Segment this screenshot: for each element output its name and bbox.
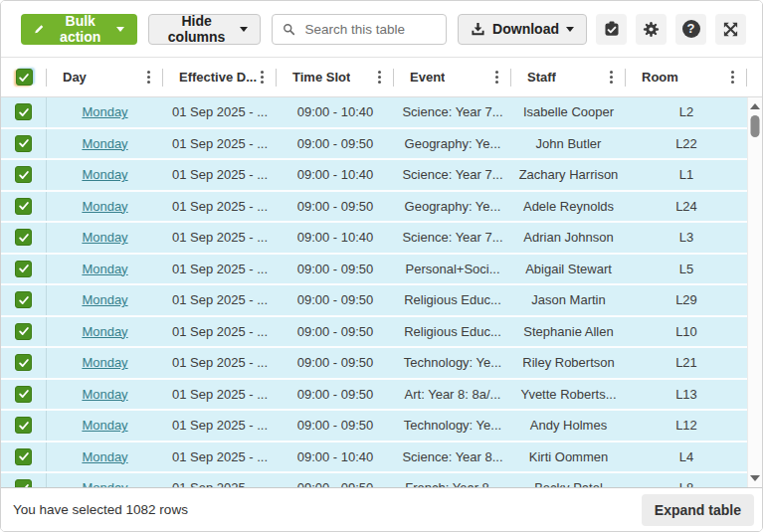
effective-date-cell: 01 Sep 2025 - ... [163, 418, 277, 433]
scrollbar-thumb[interactable] [751, 115, 760, 137]
timetable-table-widget: Bulk action Hide columns Download [0, 0, 763, 532]
hide-columns-button[interactable]: Hide columns [148, 14, 261, 45]
expand-table-button[interactable]: Expand table [642, 494, 754, 526]
column-header-room[interactable]: Room [626, 58, 747, 96]
column-menu-icon[interactable] [378, 71, 381, 84]
table-header-row: Day Effective D... Time Slot Event Staff… [1, 58, 762, 97]
row-checkbox[interactable] [15, 291, 32, 308]
day-link[interactable]: Monday [82, 199, 127, 214]
staff-cell: Kirti Oommen [511, 449, 626, 464]
settings-button[interactable] [636, 14, 667, 45]
row-checkbox[interactable] [15, 103, 32, 120]
day-link[interactable]: Monday [82, 480, 127, 487]
fullscreen-button[interactable] [715, 14, 746, 45]
table-row: Monday 01 Sep 2025 - ... 09:00 - 09:50 R… [1, 285, 747, 317]
staff-cell: Andy Holmes [511, 418, 626, 433]
search-input[interactable] [302, 21, 436, 38]
scroll-up-icon[interactable] [750, 103, 760, 109]
column-header-staff[interactable]: Staff [511, 58, 626, 96]
day-link[interactable]: Monday [82, 104, 127, 119]
room-cell: L10 [626, 324, 747, 339]
staff-cell: Zachary Harrison [511, 167, 626, 182]
row-checkbox[interactable] [15, 135, 32, 152]
day-link[interactable]: Monday [82, 355, 127, 370]
table-row: Monday 01 Sep 2025 - ... 09:00 - 09:50 R… [1, 317, 747, 349]
day-link[interactable]: Monday [82, 449, 127, 464]
day-link[interactable]: Monday [82, 136, 127, 151]
table-row: Monday 01 Sep 2025 - ... 09:00 - 09:50 P… [1, 255, 747, 286]
event-cell: Geography: Ye... [394, 136, 511, 151]
room-cell: L5 [626, 262, 747, 276]
row-checkbox[interactable] [15, 448, 32, 465]
day-link[interactable]: Monday [82, 387, 127, 402]
column-menu-icon[interactable] [147, 71, 150, 84]
check-icon [18, 106, 30, 118]
effective-date-cell: 01 Sep 2025 - ... [163, 292, 277, 307]
day-link[interactable]: Monday [82, 324, 127, 339]
row-checkbox[interactable] [15, 354, 32, 371]
effective-date-cell: 01 Sep 2025 - ... [163, 387, 277, 402]
column-menu-icon[interactable] [495, 71, 498, 84]
column-menu-icon[interactable] [731, 71, 734, 84]
day-link[interactable]: Monday [82, 292, 127, 307]
day-cell: Monday [47, 167, 163, 182]
download-button[interactable]: Download [458, 14, 587, 45]
event-cell: Art: Year 8: 8a/... [394, 387, 511, 402]
check-icon [18, 420, 30, 432]
help-button[interactable]: ? [675, 14, 706, 45]
row-checkbox[interactable] [15, 166, 32, 183]
event-cell: Religious Educ... [394, 324, 511, 339]
day-cell: Monday [47, 292, 163, 307]
column-header-time-slot[interactable]: Time Slot [277, 58, 394, 96]
column-header-event[interactable]: Event [394, 58, 511, 96]
column-header-day[interactable]: Day [47, 58, 163, 96]
check-icon [18, 388, 30, 400]
row-checkbox-cell [1, 411, 47, 441]
event-cell: Science: Year 7... [394, 230, 511, 245]
select-all-checkbox[interactable] [16, 69, 33, 86]
scroll-down-icon[interactable] [750, 475, 760, 481]
row-checkbox-cell [1, 223, 47, 253]
staff-cell: Becky Patel [511, 480, 626, 487]
time-slot-cell: 09:00 - 10:40 [277, 104, 394, 119]
table-row: Monday 01 Sep 2025 - ... 09:00 - 09:50 A… [1, 380, 747, 412]
staff-cell: Abigail Stewart [511, 262, 626, 276]
row-checkbox[interactable] [15, 386, 32, 403]
row-checkbox[interactable] [15, 323, 32, 340]
day-link[interactable]: Monday [82, 262, 127, 276]
check-icon [18, 450, 30, 462]
row-checkbox[interactable] [15, 417, 32, 434]
room-cell: L22 [626, 136, 747, 151]
bulk-select-button[interactable] [596, 14, 627, 45]
column-menu-icon[interactable] [610, 71, 613, 84]
room-cell: L2 [626, 104, 747, 119]
bulk-action-button[interactable]: Bulk action [21, 14, 137, 45]
room-cell: L1 [626, 167, 747, 182]
row-checkbox[interactable] [15, 198, 32, 215]
check-icon [18, 137, 30, 149]
table-row: Monday 01 Sep 2025 - ... 09:00 - 10:40 S… [1, 443, 747, 474]
day-link[interactable]: Monday [82, 418, 127, 433]
day-link[interactable]: Monday [82, 167, 127, 182]
table-body-area: Monday 01 Sep 2025 - ... 09:00 - 10:40 S… [1, 97, 762, 487]
check-icon [18, 263, 30, 274]
day-link[interactable]: Monday [82, 230, 127, 245]
download-icon [471, 22, 485, 36]
row-checkbox[interactable] [15, 261, 32, 277]
effective-date-cell: 01 Sep 2025 - ... [163, 167, 277, 182]
staff-cell: Jason Martin [511, 292, 626, 307]
table-body: Monday 01 Sep 2025 - ... 09:00 - 10:40 S… [1, 97, 747, 487]
row-checkbox[interactable] [15, 479, 32, 487]
table-row: Monday 01 Sep 2025 - ... 09:00 - 09:50 F… [1, 473, 747, 487]
effective-date-cell: 01 Sep 2025 - ... [163, 199, 277, 214]
event-cell: Technology: Ye... [394, 418, 511, 433]
row-checkbox-cell [1, 192, 47, 222]
column-header-effective-date[interactable]: Effective D... [163, 58, 277, 96]
event-cell: Religious Educ... [394, 292, 511, 307]
search-box[interactable] [272, 14, 448, 45]
gear-icon [642, 20, 661, 39]
event-cell: Technology: Ye... [394, 355, 511, 370]
row-checkbox[interactable] [15, 229, 32, 246]
column-menu-icon[interactable] [261, 71, 264, 84]
row-checkbox-cell [1, 285, 47, 315]
